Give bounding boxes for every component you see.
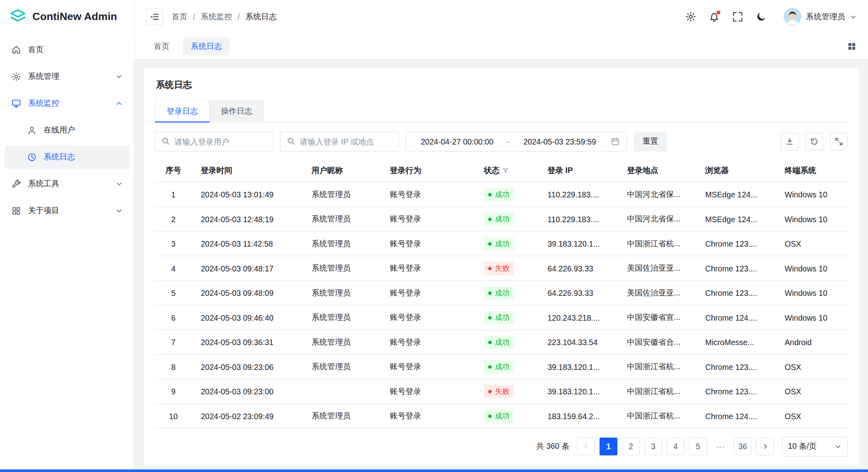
cell-behavior: 账号登录 (381, 354, 475, 379)
system-log-card: 系统日志 登录日志 操作日志 (144, 68, 859, 466)
breadcrumb-item[interactable]: 首页 (172, 12, 187, 22)
status-badge: 成功 (484, 188, 514, 201)
date-range-picker[interactable]: 2024-04-27 00:00:00 - 2024-05-03 23:59:5… (405, 131, 627, 151)
tab-login-log[interactable]: 登录日志 (155, 100, 210, 123)
monitor-icon (11, 98, 21, 108)
cell-ip: 120.243.218.... (539, 305, 618, 329)
page-button[interactable]: 1 (599, 438, 617, 456)
settings-icon[interactable] (685, 11, 696, 22)
date-end-value[interactable]: 2024-05-03 23:59:59 (515, 137, 604, 146)
cell-ip: 39.183.120.1... (539, 231, 618, 256)
cell-location: 中国浙江省杭... (618, 404, 696, 428)
prev-page-button[interactable] (577, 438, 595, 456)
cell-login-time: 2024-05-03 12:48:19 (192, 207, 303, 231)
breadcrumb-item[interactable]: 系统监控 (201, 12, 232, 22)
reset-button[interactable]: 重置 (633, 131, 667, 151)
cell-ip: 64.226.93.33 (539, 256, 618, 280)
cell-status: 成功 (475, 305, 539, 329)
calendar-icon (611, 137, 619, 146)
search-icon (161, 137, 170, 145)
page-button[interactable]: 3 (644, 438, 662, 456)
column-header: 登录时间 (192, 159, 303, 182)
cell-nickname: 系统管理员 (303, 281, 381, 305)
table-row: 22024-05-03 12:48:19系统管理员账号登录成功110.229.1… (155, 207, 848, 231)
date-start-value[interactable]: 2024-04-27 00:00:00 (413, 137, 501, 146)
breadcrumb: 首页 / 系统监控 / 系统日志 (172, 12, 277, 22)
page-button[interactable]: 2 (622, 438, 640, 456)
dark-mode-moon-icon[interactable] (756, 11, 767, 22)
page-button[interactable]: 5 (689, 438, 707, 456)
sidebar-item-label: 关于项目 (28, 206, 108, 216)
cell-nickname: 系统管理员 (303, 207, 381, 231)
notifications-bell-icon[interactable] (709, 11, 720, 22)
next-page-button[interactable] (756, 438, 774, 456)
table-row: 52024-05-03 09:48:09系统管理员账号登录成功64.226.93… (155, 281, 848, 305)
sidebar-item-label: 系统管理 (28, 72, 108, 82)
pagination: 共 360 条 12345···36 10 条/页 (155, 436, 848, 456)
tab-home[interactable]: 首页 (146, 37, 177, 55)
login-ip-input[interactable] (280, 131, 399, 151)
sidebar-item-system-tools[interactable]: 系统工具 (4, 172, 130, 196)
status-badge: 失败 (484, 385, 514, 398)
tab-system-logs[interactable]: 系统日志 (183, 37, 230, 55)
column-header: 浏览器 (696, 159, 776, 182)
cell-behavior: 账号登录 (381, 379, 475, 404)
clock-icon (27, 152, 37, 162)
cell-nickname: 系统管理员 (303, 231, 381, 256)
login-user-input[interactable] (155, 131, 273, 151)
cell-no: 2 (155, 207, 192, 231)
filter-toolbar: 2024-04-27 00:00:00 - 2024-05-03 23:59:5… (155, 131, 848, 151)
pagination-ellipsis[interactable]: ··· (712, 438, 730, 456)
sidebar-collapse-button[interactable] (146, 8, 163, 25)
column-header[interactable]: 状态 (475, 159, 539, 182)
column-header: 登录行为 (381, 159, 475, 182)
sidebar-item-home[interactable]: 首页 (4, 38, 130, 62)
cell-login-time: 2024-05-03 09:46:40 (192, 305, 303, 329)
cell-login-time: 2024-05-03 09:23:06 (192, 354, 303, 379)
cell-no: 5 (155, 281, 192, 305)
cell-nickname (303, 379, 381, 404)
cell-ip: 223.104.33.54 (539, 330, 618, 354)
download-icon[interactable] (781, 133, 799, 151)
cell-ip: 39.183.120.1... (539, 379, 618, 404)
cell-no: 7 (155, 330, 192, 354)
cell-nickname: 系统管理员 (303, 354, 381, 379)
cell-location: 中国浙江省杭... (618, 354, 696, 379)
sidebar-item-online-users[interactable]: 在线用户 (4, 119, 130, 142)
column-header: 登录地点 (618, 159, 696, 182)
tab-actions-grid-icon[interactable] (844, 39, 859, 53)
sidebar-item-system-management[interactable]: 系统管理 (4, 65, 130, 88)
cell-status: 失败 (475, 256, 539, 280)
cell-browser: MSEdge 124... (696, 207, 776, 231)
column-header: 登录 IP (539, 159, 618, 182)
status-badge: 成功 (484, 409, 514, 423)
tab-operation-log[interactable]: 操作日志 (210, 100, 264, 121)
breadcrumb-separator: / (238, 12, 240, 21)
sidebar-item-about-project[interactable]: 关于项目 (4, 199, 130, 223)
cell-status: 成功 (475, 330, 539, 354)
status-badge: 成功 (484, 286, 514, 300)
sidebar-item-system-logs[interactable]: 系统日志 (4, 145, 130, 169)
page-button[interactable]: 4 (667, 438, 685, 456)
sidebar-item-label: 系统工具 (28, 179, 108, 189)
cell-os: OSX (776, 231, 848, 256)
cell-login-time: 2024-05-03 11:42:58 (192, 231, 303, 256)
fullscreen-icon[interactable] (732, 11, 743, 22)
status-dot-icon (488, 316, 491, 319)
table-row: 42024-05-03 09:48:17系统管理员账号登录失败64.226.93… (155, 256, 848, 280)
total-count: 共 360 条 (536, 442, 569, 452)
page-size-select[interactable]: 10 条/页 (782, 436, 848, 456)
page-button[interactable]: 36 (734, 438, 752, 456)
cell-login-time: 2024-05-03 09:48:09 (192, 281, 303, 305)
wrench-icon (11, 179, 21, 189)
cell-browser: Chrome 123.... (696, 256, 776, 280)
login-log-table: 序号登录时间用户昵称登录行为状态登录 IP登录地点浏览器终端系统 12024-0… (155, 159, 848, 428)
column-header: 序号 (155, 159, 192, 182)
notification-badge-dot (716, 10, 721, 15)
app-logo-icon (9, 8, 27, 26)
expand-table-icon[interactable] (830, 133, 848, 151)
sidebar-item-system-monitor[interactable]: 系统监控 (4, 92, 130, 115)
cell-location: 美国佐治亚亚... (618, 281, 696, 305)
user-menu[interactable]: 系统管理员 (784, 8, 857, 26)
refresh-icon[interactable] (805, 133, 823, 151)
